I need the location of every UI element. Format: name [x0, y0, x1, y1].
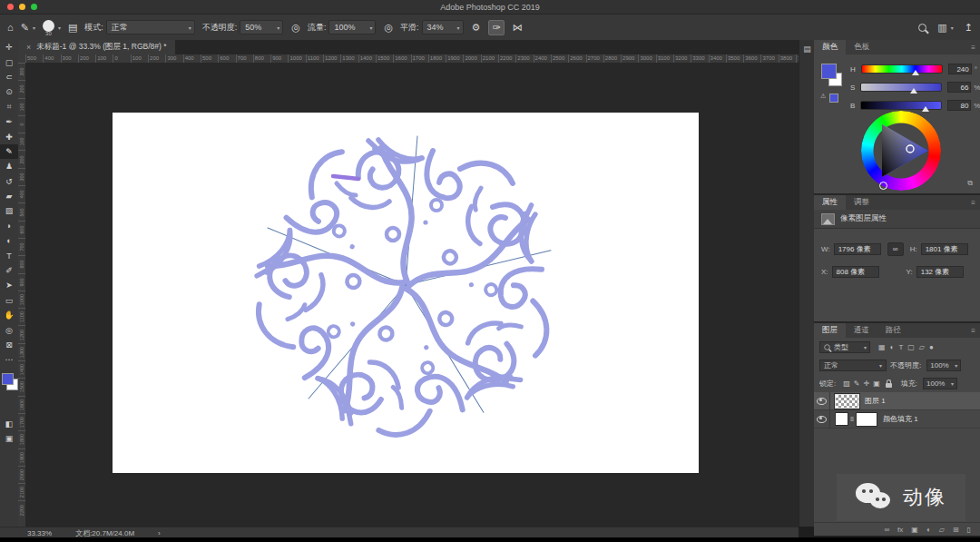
status-chevron-icon[interactable]: ›	[158, 529, 161, 537]
layer-opacity-dropdown[interactable]: 100%▾	[926, 360, 961, 371]
width-field[interactable]: 1796 像素	[834, 243, 881, 255]
panel-menu-icon[interactable]: ≡	[971, 199, 975, 207]
tab-layers[interactable]: 图层	[814, 323, 846, 338]
lock-all-icon[interactable]	[886, 383, 892, 388]
hand-tool[interactable]: ✋	[0, 308, 18, 322]
color-swatches[interactable]	[0, 373, 18, 393]
link-layers-icon[interactable]: ∞	[884, 526, 889, 534]
tab-swatches[interactable]: 色板	[846, 40, 877, 54]
new-layer-icon[interactable]: ⊞	[953, 526, 959, 534]
zoom-tool[interactable]: ◎	[0, 322, 18, 337]
layer-blend-mode-dropdown[interactable]: 正常▾	[819, 360, 887, 371]
brightness-slider[interactable]	[860, 101, 942, 110]
panel-menu-icon[interactable]: ≡	[971, 44, 975, 52]
gamut-swatch[interactable]	[829, 94, 838, 103]
eraser-tool[interactable]: ▰	[0, 189, 18, 203]
layer-row-2[interactable]: 8 颜色填充 1	[814, 410, 980, 429]
move-tool[interactable]: ✛	[0, 40, 18, 54]
edit-toolbar[interactable]: ⋯	[0, 352, 18, 367]
eyedropper-tool[interactable]: ✒	[0, 114, 18, 129]
opacity-dropdown[interactable]: 50%▾	[240, 20, 283, 34]
hue-value-field[interactable]: 240	[948, 64, 972, 74]
gradient-tool[interactable]: ▨	[0, 203, 18, 218]
brightness-value-field[interactable]: 80	[947, 100, 971, 111]
hue-slider-marker[interactable]	[912, 70, 919, 75]
blur-tool[interactable]: ◗	[0, 219, 18, 233]
blend-mode-dropdown[interactable]: 正常▾	[106, 20, 195, 34]
adjustment-layer-icon[interactable]: ◐	[926, 526, 931, 534]
quick-mask-button[interactable]: ◧	[0, 417, 18, 431]
fill-layer-thumbnail[interactable]	[835, 412, 848, 426]
visibility-toggle[interactable]	[814, 410, 830, 428]
collapsed-panel-icon[interactable]: ▤	[802, 44, 812, 54]
marquee-tool[interactable]: ▢	[0, 54, 18, 69]
delete-layer-icon[interactable]: ▯	[967, 526, 971, 534]
foreground-color-swatch[interactable]	[2, 373, 14, 385]
quick-selection-tool[interactable]: ⊙	[0, 84, 18, 99]
clone-stamp-tool[interactable]: ♟	[0, 159, 18, 173]
workspace-switcher-icon[interactable]: ▥	[937, 22, 946, 34]
toggle-brush-panel-icon[interactable]: ▤	[68, 22, 77, 34]
layer-effects-icon[interactable]: fx	[897, 526, 903, 534]
filter-type-icon[interactable]: T	[898, 343, 903, 351]
saturation-value-field[interactable]: 66	[947, 82, 971, 93]
path-select-tool[interactable]: ➤	[0, 278, 18, 292]
tab-channels[interactable]: 通道	[846, 323, 877, 338]
layer-fill-dropdown[interactable]: 100%▾	[923, 378, 957, 389]
flow-dropdown[interactable]: 100%▾	[328, 20, 376, 34]
screen-mode-button[interactable]: ▣	[0, 431, 18, 446]
history-brush-tool[interactable]: ↺	[0, 174, 18, 189]
type-tool[interactable]: T	[0, 248, 18, 262]
filter-pin-icon[interactable]: ●	[929, 343, 934, 351]
document-tab[interactable]: × 未标题-1 @ 33.3% (图层 1, RGB/8#) *	[18, 40, 175, 54]
filter-type-dropdown[interactable]: 类型 ▾	[819, 341, 870, 353]
opacity-pressure-icon[interactable]: ◎	[291, 22, 300, 34]
lock-artboard-icon[interactable]: ▣	[873, 379, 880, 388]
filter-shape-icon[interactable]: ▢	[907, 343, 915, 351]
layer-row-1[interactable]: 图层 1	[814, 392, 980, 410]
tab-adjustments[interactable]: 调整	[846, 195, 877, 210]
lock-transparency-icon[interactable]: ▨	[843, 379, 850, 388]
hue-ring-marker[interactable]	[879, 182, 887, 190]
paint-symmetry-icon[interactable]: ⋈	[513, 22, 523, 34]
size-pressure-icon[interactable]: ✑	[488, 20, 504, 35]
home-icon[interactable]: ⌂	[7, 22, 14, 33]
airbrush-icon[interactable]: ◎	[384, 22, 393, 34]
tab-properties[interactable]: 属性	[814, 195, 846, 210]
panel-foreground-swatch[interactable]	[821, 64, 837, 79]
zoom-level-field[interactable]: 33.33%	[27, 529, 52, 537]
hue-slider[interactable]	[861, 64, 943, 74]
color-wheel-triangle[interactable]	[861, 111, 941, 191]
y-field[interactable]: 132 像素	[916, 266, 964, 278]
canvas[interactable]	[113, 113, 699, 473]
frame-tool[interactable]: ⊠	[0, 338, 18, 352]
tab-paths[interactable]: 路径	[877, 323, 909, 338]
pen-tool[interactable]: ✐	[0, 263, 18, 278]
height-field[interactable]: 1801 像素	[921, 243, 968, 255]
filter-smart-object-icon[interactable]: ▱	[919, 343, 925, 351]
maximize-window-button[interactable]	[31, 4, 37, 10]
tab-color[interactable]: 颜色	[814, 40, 846, 54]
x-field[interactable]: 808 像素	[832, 266, 879, 278]
add-mask-icon[interactable]: ▣	[911, 526, 918, 534]
layer-name[interactable]: 图层 1	[865, 396, 886, 406]
panel-menu-icon[interactable]: ≡	[971, 327, 975, 335]
healing-brush-tool[interactable]: ✚	[0, 129, 18, 143]
brush-preset-picker[interactable]: 30 ▾	[43, 20, 61, 35]
gamut-warning-icon[interactable]: ⚠	[820, 93, 826, 100]
search-icon[interactable]	[918, 24, 926, 32]
saturation-slider[interactable]	[860, 83, 942, 92]
brush-tool-icon[interactable]: ✎	[21, 22, 29, 34]
smoothing-options-gear-icon[interactable]: ⚙	[472, 22, 481, 34]
layer-thumbnail[interactable]	[835, 394, 859, 409]
visibility-toggle[interactable]	[814, 392, 830, 409]
minimize-window-button[interactable]	[19, 4, 25, 10]
link-dimensions-icon[interactable]: ∞	[887, 242, 904, 256]
mask-thumbnail[interactable]	[856, 412, 877, 427]
saturation-slider-marker[interactable]	[910, 88, 917, 94]
filter-pixel-layer-icon[interactable]: ▦	[878, 343, 886, 351]
lasso-tool[interactable]: ⊂	[0, 70, 18, 84]
lock-paint-icon[interactable]: ✎	[854, 379, 860, 388]
new-group-icon[interactable]: ▱	[939, 526, 945, 534]
dodge-tool[interactable]: ◐	[0, 233, 18, 248]
